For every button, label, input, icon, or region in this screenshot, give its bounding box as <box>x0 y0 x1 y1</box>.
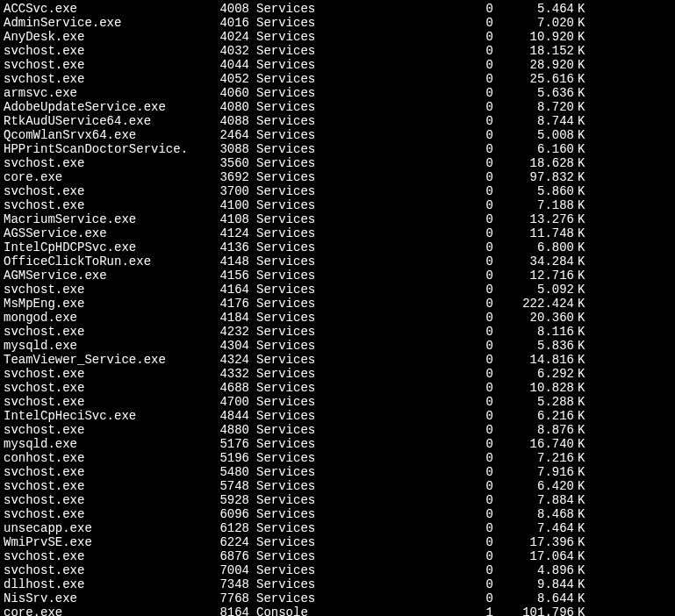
process-memory-unit: K <box>574 226 588 240</box>
process-memory: 5.860 <box>493 184 574 198</box>
process-memory: 10.920 <box>493 30 574 44</box>
process-session-number: 0 <box>314 30 493 44</box>
process-memory: 7.884 <box>493 493 574 507</box>
process-memory-unit: K <box>574 30 588 44</box>
process-name: svchost.exe <box>4 325 214 339</box>
process-pid: 3560 <box>214 156 249 170</box>
process-memory-unit: K <box>574 465 588 479</box>
process-session-name: Services <box>249 2 314 16</box>
process-pid: 7004 <box>214 563 249 577</box>
process-pid: 5196 <box>214 451 249 465</box>
process-session-name: Services <box>249 395 314 409</box>
process-session-name: Services <box>249 114 314 128</box>
process-name: mongod.exe <box>4 311 214 325</box>
process-memory: 5.836 <box>493 339 574 353</box>
process-pid: 4332 <box>214 367 249 381</box>
process-name: AnyDesk.exe <box>4 30 214 44</box>
process-session-number: 0 <box>314 58 493 72</box>
process-memory-unit: K <box>574 16 588 30</box>
process-session-name: Services <box>249 86 314 100</box>
process-pid: 4184 <box>214 311 249 325</box>
process-session-number: 0 <box>314 423 493 437</box>
process-memory: 34.284 <box>493 254 574 269</box>
process-session-number: 0 <box>314 198 493 212</box>
process-pid: 4008 <box>214 2 249 16</box>
process-row: WmiPrvSE.exe6224Services017.396K <box>4 535 671 549</box>
process-row: svchost.exe4100Services07.188K <box>4 198 671 212</box>
process-row: svchost.exe3700Services05.860K <box>4 184 671 198</box>
process-pid: 5748 <box>214 479 249 493</box>
process-row: AnyDesk.exe4024Services010.920K <box>4 30 671 44</box>
process-session-number: 0 <box>314 521 493 535</box>
process-session-name: Services <box>249 226 314 240</box>
process-row: svchost.exe5928Services07.884K <box>4 493 671 507</box>
process-memory-unit: K <box>574 479 588 493</box>
process-row: core.exe8164Console1101.796K <box>4 605 671 616</box>
process-memory-unit: K <box>574 254 588 269</box>
process-memory: 4.896 <box>493 563 574 577</box>
process-row: MacriumService.exe4108Services013.276K <box>4 212 671 226</box>
process-row: NisSrv.exe7768Services08.644K <box>4 591 671 605</box>
process-memory-unit: K <box>574 297 588 311</box>
process-row: AdobeUpdateService.exe4080Services08.720… <box>4 100 671 114</box>
process-session-name: Services <box>249 367 314 381</box>
process-row: armsvc.exe4060Services05.636K <box>4 86 671 100</box>
process-session-name: Services <box>249 100 314 114</box>
process-memory-unit: K <box>574 114 588 128</box>
process-row: AGSService.exe4124Services011.748K <box>4 226 671 240</box>
process-row: dllhost.exe7348Services09.844K <box>4 577 671 591</box>
process-session-number: 0 <box>314 563 493 577</box>
process-row: AdminService.exe4016Services07.020K <box>4 16 671 30</box>
process-memory-unit: K <box>574 269 588 283</box>
process-session-number: 0 <box>314 269 493 283</box>
process-session-number: 0 <box>314 437 493 451</box>
process-name: svchost.exe <box>4 395 214 409</box>
process-session-name: Services <box>249 16 314 30</box>
process-row: svchost.exe4332Services06.292K <box>4 367 671 381</box>
process-session-name: Services <box>249 535 314 549</box>
process-pid: 4844 <box>214 409 249 423</box>
process-name: HPPrintScanDoctorService. <box>4 142 214 156</box>
process-session-number: 0 <box>314 535 493 549</box>
process-session-name: Services <box>249 465 314 479</box>
process-memory: 16.740 <box>493 437 574 451</box>
process-pid: 3088 <box>214 142 249 156</box>
process-session-number: 0 <box>314 591 493 605</box>
process-row: svchost.exe4232Services08.116K <box>4 325 671 339</box>
process-session-number: 0 <box>314 339 493 353</box>
process-pid: 4124 <box>214 226 249 240</box>
process-pid: 7348 <box>214 577 249 591</box>
process-pid: 4688 <box>214 381 249 395</box>
process-row: IntelCpHDCPSvc.exe4136Services06.800K <box>4 240 671 254</box>
process-name: svchost.exe <box>4 367 214 381</box>
process-name: AGSService.exe <box>4 226 214 240</box>
process-session-name: Services <box>249 58 314 72</box>
process-row: mongod.exe4184Services020.360K <box>4 311 671 325</box>
process-memory: 12.716 <box>493 269 574 283</box>
process-memory: 7.916 <box>493 465 574 479</box>
process-memory-unit: K <box>574 493 588 507</box>
process-name: WmiPrvSE.exe <box>4 535 214 549</box>
process-name: AdobeUpdateService.exe <box>4 100 214 114</box>
process-session-name: Services <box>249 212 314 226</box>
process-session-name: Services <box>249 44 314 58</box>
process-memory-unit: K <box>574 170 588 184</box>
process-session-name: Services <box>249 269 314 283</box>
process-row: core.exe3692Services097.832K <box>4 170 671 184</box>
process-pid: 5928 <box>214 493 249 507</box>
process-pid: 4032 <box>214 44 249 58</box>
process-session-name: Services <box>249 142 314 156</box>
process-memory: 5.464 <box>493 2 574 16</box>
process-row: QcomWlanSrvx64.exe2464Services05.008K <box>4 128 671 142</box>
process-session-number: 0 <box>314 100 493 114</box>
process-session-name: Services <box>249 423 314 437</box>
process-memory: 5.636 <box>493 86 574 100</box>
process-memory-unit: K <box>574 339 588 353</box>
process-session-number: 0 <box>314 184 493 198</box>
process-memory: 97.832 <box>493 170 574 184</box>
process-row: RtkAudUService64.exe4088Services08.744K <box>4 114 671 128</box>
process-memory: 9.844 <box>493 577 574 591</box>
process-session-number: 0 <box>314 86 493 100</box>
process-memory-unit: K <box>574 507 588 521</box>
process-session-number: 0 <box>314 170 493 184</box>
